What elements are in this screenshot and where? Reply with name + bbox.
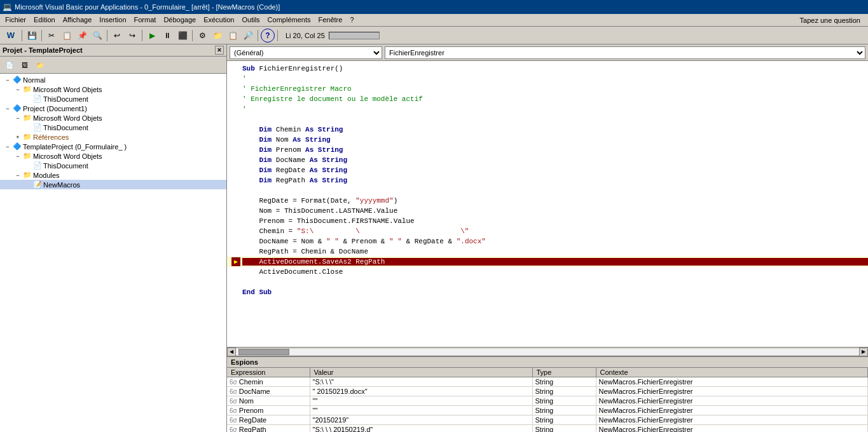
watch-expression-4: 6σ RegDate: [227, 415, 310, 425]
watch-row-1[interactable]: 6σ DocName " 20150219.docx" String NewMa…: [227, 387, 868, 396]
watch-row-5[interactable]: 6σ RegPath "S:\ \ \ 20150219.d" String N…: [227, 425, 868, 433]
scroll-right-btn[interactable]: ▶: [859, 348, 868, 356]
toggle-references[interactable]: +: [13, 134, 23, 140]
code-line-endsub: End Sub: [227, 287, 868, 297]
menu-insertion[interactable]: Insertion: [95, 15, 130, 25]
code-scrollbar[interactable]: ◀ ▶: [227, 347, 868, 356]
code-line-6: Dim Chemin As String: [227, 125, 868, 135]
design-button[interactable]: ⚙: [195, 29, 209, 43]
menu-outils[interactable]: Outils: [238, 15, 263, 25]
tree-item-references[interactable]: + 📁 Références: [0, 132, 226, 142]
normal-icon: 🔷: [13, 76, 22, 84]
menu-execution[interactable]: Exécution: [200, 15, 238, 25]
watch-expression-0: 6σ Chemin: [227, 377, 310, 387]
undo-button[interactable]: ↩: [110, 29, 124, 43]
word-icon-btn[interactable]: W: [3, 29, 19, 43]
toggle-doc1-mwo[interactable]: −: [13, 115, 23, 121]
code-line-1: Sub FichierEnregistrer(): [227, 64, 868, 74]
code-line-16: Chemin = "S:\ \ \": [227, 226, 868, 236]
view-object-button[interactable]: 🖼: [18, 58, 32, 72]
separator-1: [22, 30, 22, 41]
copy-button[interactable]: 📋: [60, 29, 74, 43]
menu-edition[interactable]: Edition: [30, 15, 59, 25]
toggle-folders-button[interactable]: 📁: [33, 58, 47, 72]
separator-6: [258, 30, 258, 41]
menu-fenetre[interactable]: Fenêtre: [314, 15, 346, 25]
menu-affichage[interactable]: Affichage: [59, 15, 96, 25]
tree-item-normal-thisdoc[interactable]: 📄 ThisDocument: [0, 94, 226, 104]
code-scope-dropdown[interactable]: (Général): [230, 46, 382, 59]
tree-item-tp-thisdoc[interactable]: 📄 ThisDocument: [0, 161, 226, 170]
toggle-templateproject[interactable]: −: [3, 144, 13, 150]
help-icon-btn[interactable]: ?: [261, 29, 275, 43]
mwo-tp-icon: 📁: [23, 152, 32, 160]
watch-row-3[interactable]: 6σ Prenom "" String NewMacros.FichierEnr…: [227, 406, 868, 415]
watch-expression-1: 6σ DocName: [227, 387, 310, 396]
tree-item-normal[interactable]: − 🔷 Normal: [0, 75, 226, 84]
project-toolbar: 📄 🖼 📁: [0, 57, 226, 74]
menu-format[interactable]: Format: [130, 15, 160, 25]
separator-2: [41, 30, 42, 41]
menu-debogage[interactable]: Débogage: [160, 15, 200, 25]
tree-item-project-doc1[interactable]: − 🔷 Project (Document1): [0, 104, 226, 113]
project-tree: − 🔷 Normal − 📁 Microsoft Word Objets 📄 T…: [0, 74, 226, 432]
col-valeur: Valeur: [310, 368, 532, 377]
toggle-normal-mwo[interactable]: −: [13, 86, 23, 93]
project-doc1-icon: 🔷: [13, 104, 22, 112]
toggle-project-doc1[interactable]: −: [3, 105, 13, 112]
cut-button[interactable]: ✂: [45, 29, 59, 43]
stop-button[interactable]: ⬛: [176, 29, 189, 43]
save-button[interactable]: 💾: [25, 29, 39, 43]
code-area[interactable]: Sub FichierEnregistrer() ' ' FichierEnre…: [227, 61, 868, 347]
separator-3: [107, 30, 107, 41]
tree-item-normal-mwo[interactable]: − 📁 Microsoft Word Objets: [0, 84, 226, 94]
code-proc-dropdown[interactable]: FichierEnregistrer: [385, 46, 865, 59]
tree-item-doc1-thisdoc[interactable]: 📄 ThisDocument: [0, 123, 226, 132]
watch-expression-5: 6σ RegPath: [227, 425, 310, 433]
watch-contexte-0: NewMacros.FichierEnregistrer: [596, 377, 868, 387]
tree-item-templateproject[interactable]: − 🔷 TemplateProject (0_Formulaire_ ): [0, 142, 226, 151]
run-button[interactable]: ▶: [145, 29, 159, 43]
break-button[interactable]: ⏸: [160, 29, 174, 43]
tree-item-doc1-mwo[interactable]: − 📁 Microsoft Word Objets: [0, 113, 226, 123]
mwo-doc1-icon: 📁: [23, 114, 32, 122]
code-line-4: ' Enregistre le document ou le modèle ac…: [227, 94, 868, 104]
project-button[interactable]: 📁: [210, 29, 224, 43]
watch-valeur-1: " 20150219.docx": [310, 387, 532, 396]
code-line-14: Nom = ThisDocument.LASTNAME.Value: [227, 206, 868, 216]
scroll-thumb[interactable]: [238, 349, 289, 355]
redo-button[interactable]: ↪: [125, 29, 139, 43]
watch-data-table: Expression Valeur Type Contexte 6σ Chemi…: [227, 368, 868, 432]
paste-button[interactable]: 📌: [75, 29, 89, 43]
watch-panel: Espions Expression Valeur Type Contexte: [227, 356, 868, 432]
project-close-button[interactable]: ✕: [215, 46, 224, 55]
properties-button[interactable]: 📋: [226, 29, 240, 43]
watch-table: Expression Valeur Type Contexte 6σ Chemi…: [227, 368, 868, 432]
menu-bar: Fichier Edition Affichage Insertion Form…: [0, 14, 868, 27]
tree-item-modules[interactable]: − 📁 Modules: [0, 170, 226, 180]
toggle-tp-mwo[interactable]: −: [13, 153, 23, 159]
menu-help[interactable]: ?: [346, 15, 357, 25]
separator-5: [192, 30, 193, 41]
tree-item-newmacros[interactable]: 📝 NewMacros: [0, 180, 226, 189]
thisdoc-tp-icon: 📄: [33, 161, 42, 170]
watch-row-2[interactable]: 6σ Nom "" String NewMacros.FichierEnregi…: [227, 396, 868, 406]
toggle-modules[interactable]: −: [13, 172, 23, 179]
objectbrowser-button[interactable]: 🔎: [241, 29, 255, 43]
watch-row-4[interactable]: 6σ RegDate "20150219" String NewMacros.F…: [227, 415, 868, 425]
code-line-9: Dim DocName As String: [227, 155, 868, 165]
code-line-5: ': [227, 104, 868, 114]
menu-fichier[interactable]: Fichier: [1, 15, 30, 25]
find-button[interactable]: 🔍: [90, 29, 104, 43]
menu-complements[interactable]: Compléments: [264, 15, 315, 25]
toggle-normal[interactable]: −: [3, 77, 13, 83]
watch-row-0[interactable]: 6σ Chemin "S:\ \ \" String NewMacros.Fic…: [227, 377, 868, 387]
watch-valeur-3: "": [310, 406, 532, 415]
gutter-19: ▶: [230, 257, 242, 266]
watch-expression-3: 6σ Prenom: [227, 406, 310, 415]
tree-item-tp-mwo[interactable]: − 📁 Microsoft Word Objets: [0, 151, 226, 161]
view-code-button[interactable]: 📄: [3, 58, 17, 72]
scroll-left-btn[interactable]: ◀: [227, 348, 236, 356]
project-header-title: Projet - TemplateProject: [3, 46, 83, 54]
code-line-18: RegPath = Chemin & DocName: [227, 246, 868, 257]
